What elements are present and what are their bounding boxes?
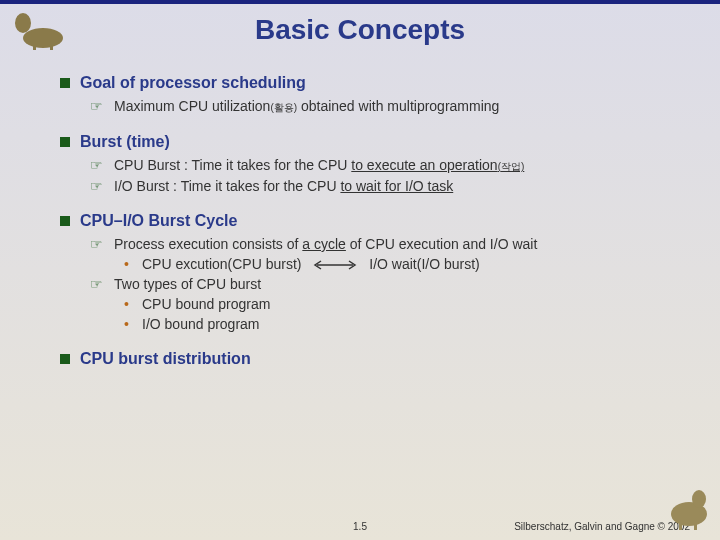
sub-sub-item: • CPU excution(CPU burst) I/O wait(I/O b… (124, 256, 690, 272)
hand-bullet-icon: ☞ (90, 276, 106, 292)
section-heading: Goal of processor scheduling (60, 74, 690, 92)
section-burst: Burst (time) ☞ CPU Burst : Time it takes… (60, 133, 690, 194)
page-number: 1.5 (353, 521, 367, 532)
section-heading: Burst (time) (60, 133, 690, 151)
sub-sub-item: • I/O bound program (124, 316, 690, 332)
heading-text: CPU burst distribution (80, 350, 251, 368)
slide-content: Goal of processor scheduling ☞ Maximum C… (0, 74, 720, 368)
square-bullet-icon (60, 216, 70, 226)
heading-text: Burst (time) (80, 133, 170, 151)
sub-item: ☞ I/O Burst : Time it takes for the CPU … (90, 178, 690, 194)
hand-bullet-icon: ☞ (90, 157, 106, 173)
sub-text: Maximum CPU utilization(활용) obtained wit… (114, 98, 499, 115)
hand-bullet-icon: ☞ (90, 236, 106, 252)
sub-text: CPU Burst : Time it takes for the CPU to… (114, 157, 524, 174)
svg-rect-2 (33, 42, 36, 50)
svg-point-1 (15, 13, 31, 33)
dot-bullet-icon: • (124, 316, 136, 332)
sub-item: ☞ Two types of CPU burst (90, 276, 690, 292)
section-heading: CPU–I/O Burst Cycle (60, 212, 690, 230)
dinosaur-decoration-top-left (8, 8, 68, 50)
dinosaur-decoration-bottom-right (664, 484, 714, 534)
hand-bullet-icon: ☞ (90, 98, 106, 114)
sub-sub-text: CPU excution(CPU burst) I/O wait(I/O bur… (142, 256, 480, 272)
svg-point-6 (692, 490, 706, 508)
heading-text: Goal of processor scheduling (80, 74, 306, 92)
svg-point-0 (23, 28, 63, 48)
svg-rect-3 (50, 42, 53, 50)
sub-sub-text: CPU bound program (142, 296, 270, 312)
double-arrow-icon (311, 259, 359, 271)
sub-item: ☞ Process execution consists of a cycle … (90, 236, 690, 252)
hand-bullet-icon: ☞ (90, 178, 106, 194)
sub-text: I/O Burst : Time it takes for the CPU to… (114, 178, 453, 194)
slide-title: Basic Concepts (0, 14, 720, 46)
section-goal: Goal of processor scheduling ☞ Maximum C… (60, 74, 690, 115)
dot-bullet-icon: • (124, 256, 136, 272)
svg-rect-8 (694, 522, 697, 530)
svg-rect-7 (679, 522, 682, 530)
sub-sub-text: I/O bound program (142, 316, 260, 332)
sub-text: Two types of CPU burst (114, 276, 261, 292)
sub-item: ☞ Maximum CPU utilization(활용) obtained w… (90, 98, 690, 115)
sub-item: ☞ CPU Burst : Time it takes for the CPU … (90, 157, 690, 174)
dot-bullet-icon: • (124, 296, 136, 312)
section-cycle: CPU–I/O Burst Cycle ☞ Process execution … (60, 212, 690, 332)
square-bullet-icon (60, 137, 70, 147)
section-distribution: CPU burst distribution (60, 350, 690, 368)
square-bullet-icon (60, 78, 70, 88)
section-heading: CPU burst distribution (60, 350, 690, 368)
sub-text: Process execution consists of a cycle of… (114, 236, 537, 252)
square-bullet-icon (60, 354, 70, 364)
slide-footer: 1.5 Silberschatz, Galvin and Gagne © 200… (0, 521, 720, 532)
sub-sub-item: • CPU bound program (124, 296, 690, 312)
heading-text: CPU–I/O Burst Cycle (80, 212, 237, 230)
